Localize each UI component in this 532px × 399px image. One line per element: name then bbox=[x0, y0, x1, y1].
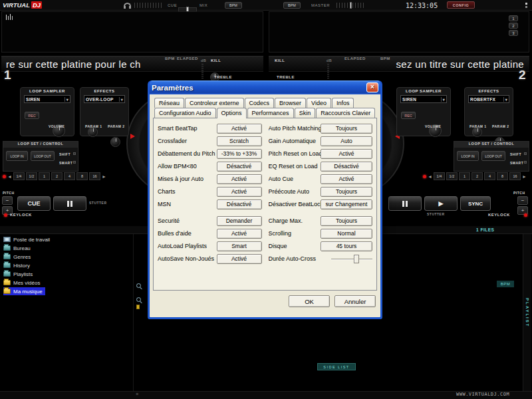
menu-icon[interactable]: ≡ bbox=[136, 392, 138, 396]
setting-value-button[interactable]: sur Changement bbox=[321, 200, 372, 209]
setting-value-button[interactable]: Désactivé bbox=[321, 162, 372, 172]
setting-value-button[interactable]: -33% to +33% bbox=[217, 149, 262, 159]
display-slot-2[interactable]: 2 bbox=[509, 23, 518, 29]
beat-option[interactable]: 1/2 bbox=[446, 172, 458, 180]
cue-button-left[interactable]: CUE bbox=[17, 196, 51, 211]
param1-knob-right[interactable] bbox=[472, 127, 482, 137]
tab-infos[interactable]: Infos bbox=[332, 98, 354, 108]
arrow-left-icon[interactable]: ◄ bbox=[7, 174, 12, 179]
loop-out-button-right[interactable]: LOOP OUT bbox=[481, 151, 505, 161]
beat-option[interactable]: 1/4 bbox=[13, 172, 25, 180]
tab-browser[interactable]: Browser bbox=[275, 98, 306, 108]
arrow-right-icon[interactable]: ► bbox=[522, 174, 527, 179]
param2-knob-left[interactable] bbox=[110, 137, 120, 147]
tree-item-genres[interactable]: Genres bbox=[3, 253, 31, 261]
tab-reseau[interactable]: Réseau bbox=[154, 98, 184, 108]
beat-option[interactable]: 8 bbox=[76, 172, 88, 180]
master-volume-thumb[interactable] bbox=[350, 2, 352, 9]
tree-item-mes-videos[interactable]: Mes vidéos bbox=[3, 279, 40, 287]
loop-in-button-left[interactable]: LOOP IN bbox=[6, 151, 28, 161]
shift-led-right[interactable] bbox=[524, 152, 527, 155]
pitch-minus-button-right[interactable]: − bbox=[517, 196, 528, 205]
tab-video[interactable]: Video bbox=[307, 98, 331, 108]
side-list-button[interactable]: SIDE LIST bbox=[317, 363, 356, 370]
playlist-side-tab[interactable]: PLAYLIST bbox=[523, 234, 531, 391]
bpm-column-header[interactable]: BPM bbox=[497, 281, 514, 287]
beat-option[interactable]: 1 bbox=[39, 172, 50, 180]
setting-value-button[interactable]: Toujours bbox=[321, 124, 372, 134]
rec-button-left[interactable]: REC bbox=[25, 112, 39, 119]
setting-value-button[interactable]: Désactivé bbox=[217, 162, 262, 172]
smart-led-left[interactable] bbox=[73, 161, 76, 164]
slider-thumb[interactable] bbox=[354, 255, 359, 263]
dialog-title-bar[interactable]: Paramètres × bbox=[150, 80, 380, 94]
setting-value-button[interactable]: Activé bbox=[321, 149, 372, 159]
cancel-button[interactable]: Annuler bbox=[334, 295, 376, 307]
bpm-button-left[interactable]: BPM bbox=[225, 2, 242, 9]
setting-value-button[interactable]: Activé bbox=[217, 187, 262, 197]
sync-button-right[interactable]: SYNC bbox=[460, 196, 491, 211]
tab-raccourcis-clavier[interactable]: Raccourcis Clavier bbox=[316, 108, 375, 118]
tab-controleur-externe[interactable]: Controleur externe bbox=[185, 98, 244, 108]
tree-item-ma-musique[interactable]: Ma musique bbox=[3, 287, 45, 295]
tab-codecs[interactable]: Codecs bbox=[245, 98, 275, 108]
setting-value-button[interactable]: Demander bbox=[217, 216, 262, 226]
tree-item-playlists[interactable]: Playlists bbox=[3, 270, 33, 278]
setting-value-button[interactable]: Toujours bbox=[321, 187, 372, 197]
beat-option[interactable]: 4 bbox=[64, 172, 75, 180]
arrow-left-icon[interactable]: ◄ bbox=[428, 174, 432, 179]
config-button[interactable]: CONFIG bbox=[447, 1, 475, 9]
tree-item-history[interactable]: History bbox=[3, 261, 30, 269]
shift-led-left[interactable] bbox=[73, 152, 76, 155]
setting-value-button[interactable]: Auto bbox=[321, 136, 372, 146]
param1-knob-left[interactable] bbox=[88, 127, 98, 137]
display-slot-3[interactable]: 3 bbox=[509, 30, 518, 36]
setting-value-button[interactable]: Smart bbox=[217, 241, 262, 251]
keylock-led-left[interactable] bbox=[4, 213, 7, 217]
setting-value-button[interactable]: Activé bbox=[217, 254, 262, 264]
setting-value-button[interactable]: Activé bbox=[217, 174, 262, 184]
loop-in-button-right[interactable]: LOOP IN bbox=[457, 151, 479, 161]
setting-value-button[interactable]: Normal bbox=[321, 229, 372, 239]
sampler-select-right[interactable]: SIREN ▾ bbox=[400, 95, 447, 103]
setting-value-button[interactable]: 45 tours bbox=[321, 241, 372, 251]
smart-led-right[interactable] bbox=[524, 161, 527, 164]
tree-item-poste-de-travail[interactable]: Poste de travail bbox=[3, 235, 50, 243]
ok-button[interactable]: OK bbox=[289, 295, 330, 307]
beat-option[interactable]: 2 bbox=[51, 172, 63, 180]
zoom-out-icon[interactable] bbox=[136, 297, 141, 302]
effect-select-left[interactable]: OVER-LOOP ▾ bbox=[84, 95, 125, 103]
waveform-display-left[interactable] bbox=[1, 11, 263, 53]
bpm-button-right[interactable]: BPM bbox=[283, 2, 301, 9]
loop-out-button-left[interactable]: LOOP OUT bbox=[31, 151, 55, 161]
beat-option[interactable]: 16 bbox=[89, 172, 100, 180]
tab-options[interactable]: Options bbox=[217, 108, 247, 118]
auto-cross-slider[interactable] bbox=[331, 255, 372, 263]
effect-select-right[interactable]: ROBERTFX ▾ bbox=[468, 95, 509, 103]
zoom-in-icon[interactable] bbox=[136, 283, 141, 288]
display-slot-1[interactable]: 1 bbox=[509, 15, 518, 21]
sampler-select-left[interactable]: SIREN ▾ bbox=[24, 95, 70, 103]
note-icon[interactable] bbox=[136, 305, 140, 309]
beat-option[interactable]: 1/2 bbox=[26, 172, 37, 180]
setting-value-button[interactable]: Activé bbox=[321, 174, 372, 184]
beat-option[interactable]: 16 bbox=[509, 172, 521, 180]
beat-option[interactable]: 1/4 bbox=[434, 172, 445, 180]
tab-configuration-audio[interactable]: Configuration Audio bbox=[154, 108, 216, 118]
pitch-minus-button-left[interactable]: − bbox=[2, 196, 13, 205]
tab-skin[interactable]: Skin bbox=[295, 108, 316, 118]
play-button-right[interactable]: ▶ bbox=[424, 196, 458, 211]
arrow-right-icon[interactable]: ► bbox=[102, 174, 106, 179]
setting-value-button[interactable]: Toujours bbox=[321, 216, 372, 226]
beat-option[interactable]: 1 bbox=[459, 172, 470, 180]
setting-value-button[interactable]: Scratch bbox=[217, 136, 262, 146]
tab-performances[interactable]: Performances bbox=[247, 108, 294, 118]
waveform-display-right[interactable]: 1 2 3 bbox=[269, 11, 529, 53]
setting-value-button[interactable]: Activé bbox=[217, 229, 262, 239]
setting-value-button[interactable]: Désactivé bbox=[217, 200, 262, 209]
tree-item-bureau[interactable]: Bureau bbox=[3, 244, 31, 252]
pause-button-right[interactable] bbox=[388, 196, 422, 211]
close-icon[interactable]: × bbox=[366, 82, 378, 92]
pause-button-left[interactable] bbox=[53, 196, 86, 211]
rec-button-right[interactable]: REC bbox=[401, 112, 416, 119]
